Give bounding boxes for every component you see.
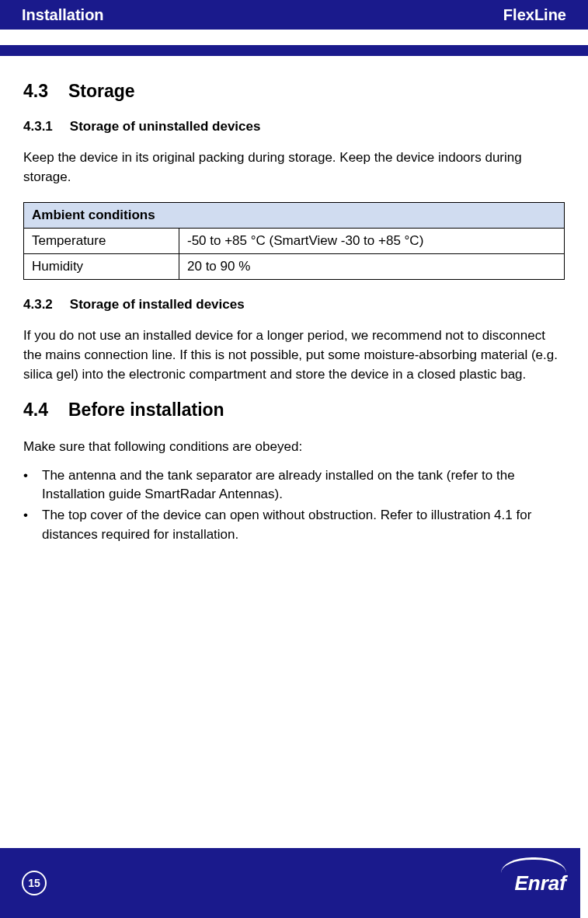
bullet-icon: • — [23, 506, 42, 544]
section-heading-storage: 4.3 Storage — [23, 81, 565, 102]
header-left: Installation — [22, 6, 104, 24]
list-item: • The antenna and the tank separator are… — [23, 466, 565, 504]
uninstalled-body: Keep the device in its original packing … — [23, 148, 565, 187]
subsection-number: 4.3.1 — [23, 119, 53, 134]
brand-logo: Enraf — [501, 857, 566, 895]
brand-arc-icon — [501, 857, 566, 873]
section-number: 4.3 — [23, 81, 48, 102]
subsection-heading-uninstalled: 4.3.1 Storage of uninstalled devices — [23, 119, 565, 134]
brand-text: Enraf — [515, 871, 566, 895]
page-number-badge: 15 — [22, 871, 47, 895]
header-right: FlexLine — [503, 6, 566, 24]
subsection-title: Storage of installed devices — [70, 297, 245, 312]
section-number: 4.4 — [23, 400, 48, 421]
bullet-icon: • — [23, 466, 42, 504]
content-area: 4.3 Storage 4.3.1 Storage of uninstalled… — [0, 56, 588, 848]
footer-bar: 15 Enraf — [0, 848, 588, 918]
footer-end-stripe — [580, 848, 588, 918]
table-cell-value: -50 to +85 °C (SmartView -30 to +85 °C) — [179, 229, 565, 254]
ambient-conditions-table: Ambient conditions Temperature -50 to +8… — [23, 202, 565, 280]
page-number: 15 — [28, 877, 40, 889]
table-cell-label: Humidity — [24, 254, 179, 280]
header-bar: Installation FlexLine — [0, 0, 588, 30]
table-cell-value: 20 to 90 % — [179, 254, 565, 280]
table-row: Humidity 20 to 90 % — [24, 254, 565, 280]
subsection-number: 4.3.2 — [23, 297, 53, 312]
bullet-text: The antenna and the tank separator are a… — [42, 466, 565, 504]
subsection-heading-installed: 4.3.2 Storage of installed devices — [23, 297, 565, 312]
table-header: Ambient conditions — [24, 203, 565, 229]
installed-body: If you do not use an installed device fo… — [23, 326, 565, 384]
before-intro: Make sure that following conditions are … — [23, 438, 565, 457]
bullet-text: The top cover of the device can open wit… — [42, 506, 565, 544]
list-item: • The top cover of the device can open w… — [23, 506, 565, 544]
header-accent-bar — [0, 45, 588, 56]
section-title: Before installation — [68, 400, 224, 421]
before-bullet-list: • The antenna and the tank separator are… — [23, 466, 565, 545]
document-page: Installation FlexLine 4.3 Storage 4.3.1 … — [0, 0, 588, 918]
subsection-title: Storage of uninstalled devices — [70, 119, 261, 134]
table-cell-label: Temperature — [24, 229, 179, 254]
section-title: Storage — [68, 81, 135, 102]
section-heading-before: 4.4 Before installation — [23, 400, 565, 421]
table-row: Temperature -50 to +85 °C (SmartView -30… — [24, 229, 565, 254]
